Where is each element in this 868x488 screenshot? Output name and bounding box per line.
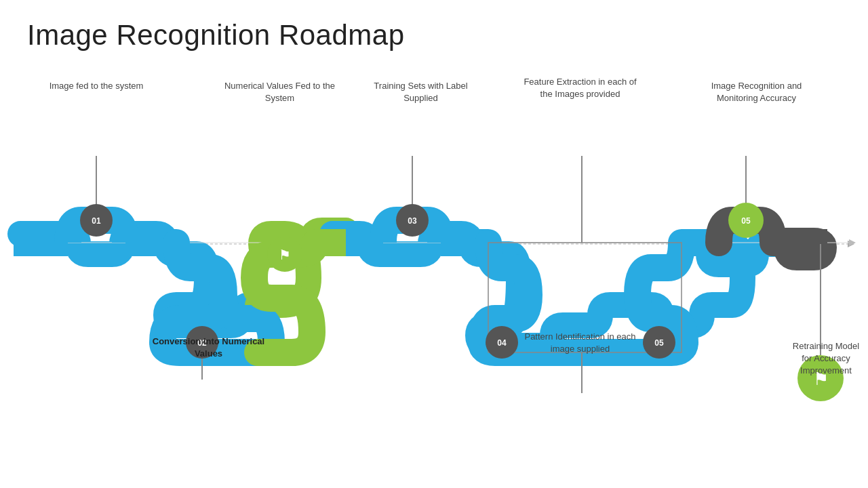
label-step03: Training Sets with Label Supplied xyxy=(365,80,477,104)
svg-text:03: 03 xyxy=(408,216,417,226)
svg-text:05: 05 xyxy=(654,338,664,348)
svg-text:⚑: ⚑ xyxy=(279,247,291,262)
label-step05b: Image Recognition and Monitoring Accurac… xyxy=(690,80,823,104)
page-title: Image Recognition Roadmap xyxy=(27,19,405,52)
label-step04-below: Pattern Identification in each image sup… xyxy=(517,331,643,355)
label-step01: Image fed to the system xyxy=(49,80,144,92)
svg-text:05: 05 xyxy=(741,216,751,226)
label-flag2-below: Retraining Model for Accuracy Improvemen… xyxy=(789,340,863,378)
label-step04-above: Feature Extraction in each of the Images… xyxy=(517,76,643,100)
svg-marker-3 xyxy=(849,239,856,246)
svg-text:04: 04 xyxy=(497,338,507,348)
svg-text:01: 01 xyxy=(92,216,101,226)
label-flag1: Numerical Values Fed to the System xyxy=(217,80,342,104)
roadmap-main: 01 02 ⚑ 03 04 05 05 ⚑ xyxy=(0,68,868,447)
label-step02-below: Conversion into Numerical Values xyxy=(149,336,268,360)
